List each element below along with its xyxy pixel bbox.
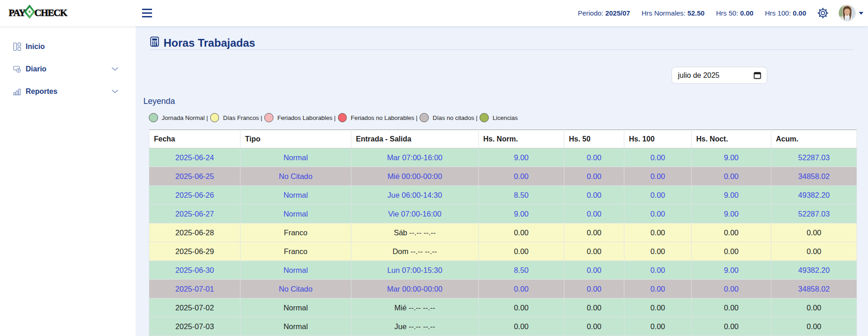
svg-text:$: $ [18, 69, 20, 72]
